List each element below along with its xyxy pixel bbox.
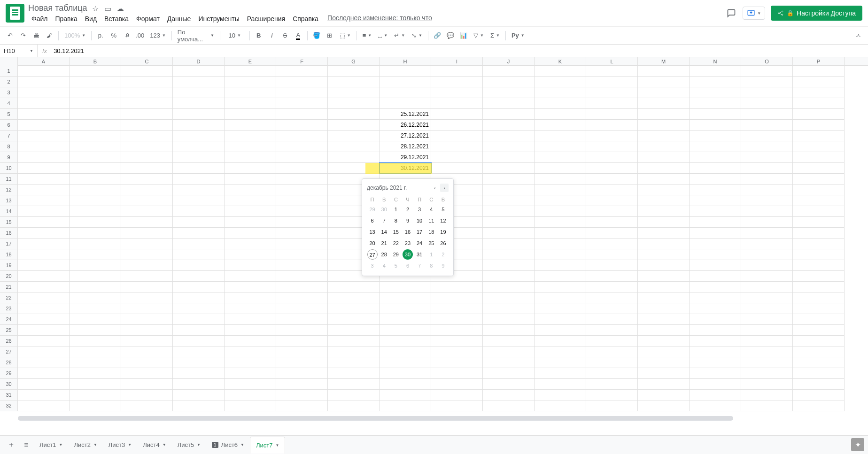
row-header[interactable]: 18 xyxy=(0,249,17,260)
cell[interactable] xyxy=(225,77,276,87)
cell[interactable] xyxy=(276,390,328,400)
cell[interactable] xyxy=(586,390,638,400)
cell[interactable] xyxy=(690,390,741,400)
cell[interactable] xyxy=(121,120,173,131)
dropdown-arrow-icon[interactable]: ▼ xyxy=(163,443,166,447)
cell[interactable] xyxy=(276,400,328,411)
cell[interactable] xyxy=(328,131,380,141)
menu-data[interactable]: Данные xyxy=(164,14,194,23)
cell[interactable] xyxy=(535,314,586,325)
cell[interactable] xyxy=(690,400,741,411)
cell[interactable] xyxy=(638,141,690,152)
cell[interactable] xyxy=(638,174,690,185)
cell[interactable] xyxy=(535,131,586,141)
cell[interactable] xyxy=(638,239,690,249)
cell[interactable] xyxy=(173,228,225,239)
cell[interactable] xyxy=(121,152,173,163)
cell[interactable] xyxy=(173,174,225,185)
cell[interactable] xyxy=(328,141,380,152)
cell[interactable] xyxy=(431,141,483,152)
cell[interactable] xyxy=(276,185,328,195)
cell[interactable] xyxy=(380,98,431,109)
cell[interactable] xyxy=(741,357,793,368)
cell[interactable] xyxy=(793,174,845,185)
cell[interactable]: 27.12.2021 xyxy=(380,131,431,141)
row-header[interactable]: 6 xyxy=(0,120,17,131)
cell[interactable] xyxy=(535,271,586,282)
sheet-tab[interactable]: Лист3▼ xyxy=(103,437,137,454)
cell[interactable] xyxy=(793,336,845,346)
row-header[interactable]: 7 xyxy=(0,131,17,141)
column-header[interactable]: I xyxy=(431,57,483,65)
cell[interactable]: 28.12.2021 xyxy=(380,141,431,152)
explore-button[interactable]: ✦ xyxy=(851,438,864,451)
row-header[interactable]: 30 xyxy=(0,379,17,390)
datepicker-day[interactable]: 23 xyxy=(403,238,413,248)
dropdown-arrow-icon[interactable]: ▼ xyxy=(240,443,244,447)
cell[interactable] xyxy=(741,195,793,206)
menu-insert[interactable]: Вставка xyxy=(101,14,132,23)
cell[interactable] xyxy=(638,66,690,77)
cell[interactable]: 26.12.2021 xyxy=(380,120,431,131)
cell[interactable] xyxy=(535,141,586,152)
cell[interactable] xyxy=(225,131,276,141)
column-header[interactable]: D xyxy=(173,57,225,65)
cell[interactable] xyxy=(70,87,121,98)
datepicker-day[interactable]: 25 xyxy=(426,238,436,248)
cell[interactable] xyxy=(535,217,586,228)
cell[interactable] xyxy=(638,303,690,314)
cell[interactable] xyxy=(18,163,70,174)
cell[interactable] xyxy=(276,346,328,357)
cell[interactable] xyxy=(638,282,690,292)
cell[interactable] xyxy=(535,336,586,346)
cell[interactable] xyxy=(70,109,121,120)
cell[interactable] xyxy=(173,185,225,195)
datepicker-day[interactable]: 3 xyxy=(414,204,425,215)
cell[interactable] xyxy=(483,390,535,400)
cell[interactable] xyxy=(431,66,483,77)
cell[interactable] xyxy=(741,228,793,239)
cell[interactable] xyxy=(586,282,638,292)
cell[interactable] xyxy=(328,368,380,379)
cell[interactable] xyxy=(328,357,380,368)
cell[interactable] xyxy=(18,336,70,346)
row-header[interactable]: 2 xyxy=(0,77,17,87)
cell[interactable] xyxy=(483,185,535,195)
cell[interactable] xyxy=(380,368,431,379)
cell[interactable] xyxy=(793,292,845,303)
cell[interactable] xyxy=(225,206,276,217)
cell[interactable] xyxy=(70,325,121,336)
cell[interactable] xyxy=(535,400,586,411)
cell[interactable] xyxy=(793,66,845,77)
cell[interactable] xyxy=(225,292,276,303)
cell[interactable] xyxy=(173,271,225,282)
cell[interactable] xyxy=(173,368,225,379)
cell[interactable] xyxy=(638,87,690,98)
cell[interactable] xyxy=(431,303,483,314)
redo-button[interactable]: ↷ xyxy=(17,30,29,42)
cell[interactable] xyxy=(70,228,121,239)
cell[interactable] xyxy=(225,217,276,228)
cell[interactable] xyxy=(276,357,328,368)
cell[interactable] xyxy=(690,217,741,228)
cell[interactable] xyxy=(173,98,225,109)
cell[interactable] xyxy=(18,77,70,87)
cell[interactable] xyxy=(328,336,380,346)
cell[interactable] xyxy=(225,390,276,400)
cell[interactable] xyxy=(173,239,225,249)
cell[interactable] xyxy=(328,400,380,411)
cell[interactable] xyxy=(535,368,586,379)
datepicker-day[interactable]: 18 xyxy=(426,227,436,237)
cell[interactable] xyxy=(431,336,483,346)
vertical-align-dropdown[interactable]: ⎵▼ xyxy=(375,30,390,42)
cell[interactable] xyxy=(690,325,741,336)
cell[interactable] xyxy=(380,314,431,325)
datepicker-day[interactable]: 4 xyxy=(426,204,436,215)
cell[interactable] xyxy=(18,120,70,131)
column-header[interactable]: G xyxy=(328,57,380,65)
datepicker-prev-button[interactable]: ‹ xyxy=(431,184,439,192)
cell[interactable] xyxy=(328,109,380,120)
cell[interactable] xyxy=(121,292,173,303)
dropdown-arrow-icon[interactable]: ▼ xyxy=(197,443,201,447)
cell[interactable] xyxy=(483,141,535,152)
